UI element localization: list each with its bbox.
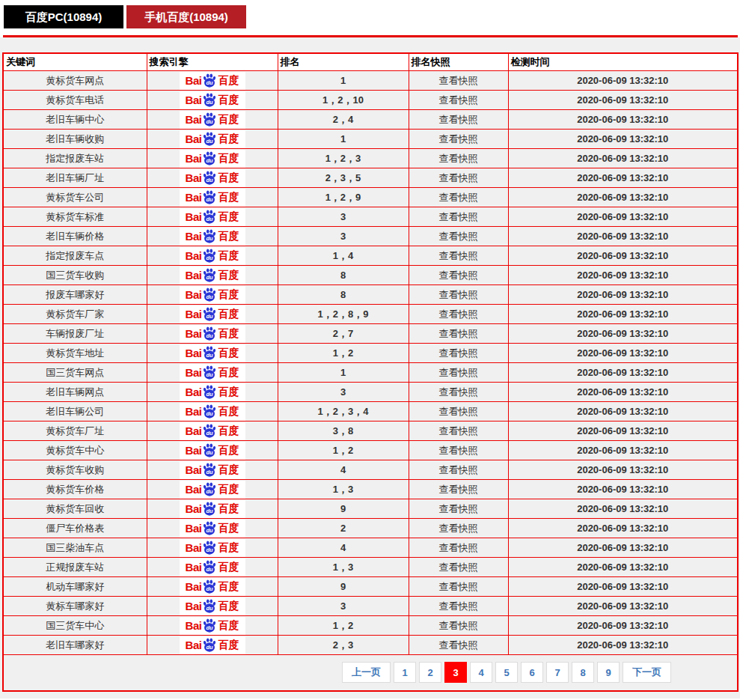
- baidu-logo-cn-text: 百度: [218, 152, 239, 165]
- view-snapshot-link[interactable]: 查看快照: [439, 600, 478, 612]
- page-button-1[interactable]: 1: [394, 662, 416, 683]
- table-row: 老旧车辆网点 Bai du 百度 3 查看快照 2020-06-09 13:32…: [3, 383, 738, 402]
- baidu-paw-icon: du: [202, 150, 217, 165]
- baidu-logo: Bai du 百度: [180, 208, 245, 226]
- table-row: 黄标货车中心 Bai du 百度 1，2 查看快照 2020-06-09 13:…: [3, 441, 738, 460]
- baidu-logo-bai-text: Bai: [186, 444, 202, 457]
- view-snapshot-link[interactable]: 查看快照: [439, 561, 478, 573]
- view-snapshot-link[interactable]: 查看快照: [439, 639, 478, 651]
- baidu-paw-icon: du: [202, 501, 217, 516]
- svg-text:du: du: [207, 293, 214, 300]
- view-snapshot-link[interactable]: 查看快照: [439, 308, 478, 320]
- page-button-3[interactable]: 3: [444, 662, 467, 683]
- baidu-logo-cn-text: 百度: [218, 288, 239, 302]
- view-snapshot-link[interactable]: 查看快照: [439, 464, 478, 475]
- tab-mobile-baidu[interactable]: 手机百度(10894): [126, 5, 246, 28]
- baidu-logo: Bai du 百度: [180, 442, 245, 460]
- view-snapshot-link[interactable]: 查看快照: [439, 484, 478, 495]
- baidu-logo: Bai du 百度: [180, 636, 245, 654]
- view-snapshot-link[interactable]: 查看快照: [439, 250, 478, 261]
- detect-time-cell: 2020-06-09 13:32:10: [508, 499, 738, 519]
- rank-cell: 3，8: [278, 421, 409, 441]
- next-page-button[interactable]: 下一页: [623, 662, 671, 683]
- view-snapshot-link[interactable]: 查看快照: [439, 523, 478, 534]
- svg-text:du: du: [207, 255, 214, 261]
- baidu-paw-icon: du: [202, 248, 217, 263]
- baidu-logo: Bai du 百度: [180, 228, 245, 246]
- view-snapshot-link[interactable]: 查看快照: [439, 114, 478, 125]
- snapshot-cell: 查看快照: [409, 519, 508, 538]
- view-snapshot-link[interactable]: 查看快照: [439, 211, 478, 222]
- page-button-2[interactable]: 2: [419, 662, 441, 683]
- view-snapshot-link[interactable]: 查看快照: [439, 289, 478, 300]
- view-snapshot-link[interactable]: 查看快照: [439, 406, 478, 417]
- baidu-paw-icon: du: [202, 345, 217, 360]
- view-snapshot-link[interactable]: 查看快照: [439, 231, 478, 242]
- detect-time-cell: 2020-06-09 13:32:10: [508, 577, 738, 597]
- baidu-logo-bai-text: Bai: [186, 600, 202, 612]
- baidu-paw-icon: du: [202, 579, 217, 594]
- page-button-5[interactable]: 5: [495, 662, 518, 683]
- baidu-logo: Bai du 百度: [180, 130, 245, 148]
- snapshot-cell: 查看快照: [409, 305, 508, 324]
- rank-cell: 1，2，10: [278, 91, 409, 110]
- view-snapshot-link[interactable]: 查看快照: [439, 386, 478, 398]
- svg-text:du: du: [207, 196, 214, 203]
- keyword-cell: 指定报废车点: [3, 246, 147, 266]
- view-snapshot-link[interactable]: 查看快照: [439, 328, 478, 339]
- view-snapshot-link[interactable]: 查看快照: [439, 133, 478, 144]
- page-button-4[interactable]: 4: [470, 662, 492, 683]
- svg-text:du: du: [207, 177, 214, 183]
- baidu-paw-icon: du: [202, 287, 217, 302]
- detect-time-cell: 2020-06-09 13:32:10: [508, 597, 738, 616]
- baidu-logo-cn-text: 百度: [218, 561, 239, 574]
- detect-time-cell: 2020-06-09 13:32:10: [508, 188, 738, 207]
- page-button-9[interactable]: 9: [597, 662, 620, 683]
- engine-cell: Bai du 百度: [147, 285, 278, 305]
- page-button-6[interactable]: 6: [521, 662, 543, 683]
- keyword-rank-table: 关键词 搜索引擎 排名 排名快照 检测时间 黄标货车网点 Bai du: [2, 52, 739, 692]
- pagination: 上一页 123456789下一页: [4, 662, 671, 683]
- view-snapshot-link[interactable]: 查看快照: [439, 172, 478, 183]
- page-button-7[interactable]: 7: [546, 662, 569, 683]
- baidu-logo-bai-text: Bai: [186, 483, 202, 496]
- table-row: 黄标货车厂址 Bai du 百度 3，8 查看快照 2020-06-09 13:…: [3, 421, 738, 441]
- svg-text:du: du: [207, 585, 214, 592]
- view-snapshot-link[interactable]: 查看快照: [439, 445, 478, 456]
- view-snapshot-link[interactable]: 查看快照: [439, 425, 478, 436]
- baidu-paw-icon: du: [202, 189, 217, 204]
- view-snapshot-link[interactable]: 查看快照: [439, 94, 478, 106]
- baidu-logo-bai-text: Bai: [186, 288, 202, 301]
- baidu-logo-cn-text: 百度: [218, 210, 239, 224]
- table-row: 黄标货车标准 Bai du 百度 3 查看快照 2020-06-09 13:32…: [3, 207, 738, 227]
- view-snapshot-link[interactable]: 查看快照: [439, 270, 478, 281]
- view-snapshot-link[interactable]: 查看快照: [439, 367, 478, 378]
- snapshot-cell: 查看快照: [409, 246, 508, 266]
- baidu-logo: Bai du 百度: [180, 597, 245, 615]
- page-button-8[interactable]: 8: [572, 662, 594, 683]
- baidu-logo-bai-text: Bai: [186, 230, 202, 243]
- prev-page-button[interactable]: 上一页: [342, 662, 391, 683]
- detect-time-cell: 2020-06-09 13:32:10: [508, 207, 738, 227]
- snapshot-cell: 查看快照: [409, 577, 508, 597]
- table-header-row: 关键词 搜索引擎 排名 排名快照 检测时间: [3, 53, 738, 71]
- baidu-paw-icon: du: [202, 306, 217, 321]
- view-snapshot-link[interactable]: 查看快照: [439, 503, 478, 514]
- snapshot-cell: 查看快照: [409, 188, 508, 207]
- view-snapshot-link[interactable]: 查看快照: [439, 542, 478, 553]
- view-snapshot-link[interactable]: 查看快照: [439, 620, 478, 631]
- tab-baidu-pc[interactable]: 百度PC(10894): [4, 5, 123, 28]
- svg-text:du: du: [207, 391, 214, 398]
- view-snapshot-link[interactable]: 查看快照: [439, 581, 478, 592]
- baidu-logo-bai-text: Bai: [186, 269, 202, 281]
- view-snapshot-link[interactable]: 查看快照: [439, 153, 478, 164]
- view-snapshot-link[interactable]: 查看快照: [439, 75, 478, 86]
- engine-cell: Bai du 百度: [147, 480, 278, 499]
- snapshot-cell: 查看快照: [409, 460, 508, 480]
- detect-time-cell: 2020-06-09 13:32:10: [508, 558, 738, 577]
- svg-text:du: du: [207, 624, 214, 631]
- view-snapshot-link[interactable]: 查看快照: [439, 347, 478, 359]
- engine-cell: Bai du 百度: [147, 246, 278, 266]
- view-snapshot-link[interactable]: 查看快照: [439, 192, 478, 203]
- table-footer-row: 上一页 123456789下一页: [3, 655, 738, 691]
